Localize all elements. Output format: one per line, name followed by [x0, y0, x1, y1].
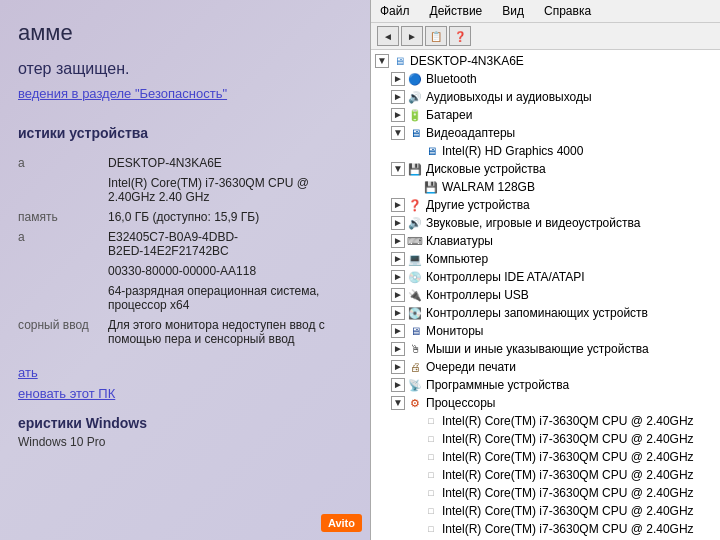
- menu-file[interactable]: Файл: [377, 2, 413, 20]
- tree-item-intel-graphics[interactable]: ► 🖥 Intel(R) HD Graphics 4000: [371, 142, 720, 160]
- item-label: Программные устройства: [426, 378, 569, 392]
- print-icon: 🖨: [407, 359, 423, 375]
- toolbar: ◄ ► 📋 ❓: [371, 23, 720, 50]
- row-value: E32405C7-B0A9-4DBD-B2ED-14E2F21742BC: [108, 227, 352, 261]
- tree-item-prog[interactable]: ► 📡 Программные устройства: [371, 376, 720, 394]
- expand-icon: ►: [391, 270, 405, 284]
- proc-child-icon: □: [423, 413, 439, 429]
- tree-item-mouse[interactable]: ► 🖱 Мыши и иные указывающие устройства: [371, 340, 720, 358]
- disk-icon: 💾: [407, 161, 423, 177]
- row-label: а: [18, 153, 108, 173]
- expand-icon: ►: [391, 252, 405, 266]
- keyboard-icon: ⌨: [407, 233, 423, 249]
- tree-item-computer[interactable]: ► 💻 Компьютер: [371, 250, 720, 268]
- tree-item-battery[interactable]: ► 🔋 Батареи: [371, 106, 720, 124]
- item-label: Intel(R) Core(TM) i7-3630QM CPU @ 2.40GH…: [442, 450, 694, 464]
- proc-child-icon: □: [423, 485, 439, 501]
- item-label: Контроллеры USB: [426, 288, 529, 302]
- tree-item-disk[interactable]: ▼ 💾 Дисковые устройства: [371, 160, 720, 178]
- device-manager-panel: Файл Действие Вид Справка ◄ ► 📋 ❓ ▼ 🖥 DE…: [370, 0, 720, 540]
- row-label: [18, 281, 108, 315]
- expand-icon: ►: [391, 234, 405, 248]
- tree-item-sound[interactable]: ► 🔊 Звуковые, игровые и видеоустройства: [371, 214, 720, 232]
- tree-item-monitor[interactable]: ► 🖥 Мониторы: [371, 322, 720, 340]
- tree-root[interactable]: ▼ 🖥 DESKTOP-4N3KA6E: [371, 52, 720, 70]
- back-button[interactable]: ◄: [377, 26, 399, 46]
- tree-item-proc-3[interactable]: ► □ Intel(R) Core(TM) i7-3630QM CPU @ 2.…: [371, 448, 720, 466]
- row-label: [18, 261, 108, 281]
- item-label: Мыши и иные указывающие устройства: [426, 342, 649, 356]
- tree-item-ide[interactable]: ► 💿 Контроллеры IDE ATA/ATAPI: [371, 268, 720, 286]
- proc-child-icon: □: [423, 431, 439, 447]
- expand-icon: ►: [391, 324, 405, 338]
- tree-item-processors[interactable]: ▼ ⚙ Процессоры: [371, 394, 720, 412]
- tree-item-other[interactable]: ► ❓ Другие устройства: [371, 196, 720, 214]
- item-label: Дисковые устройства: [426, 162, 546, 176]
- windows-section-title: еристики Windows: [18, 415, 352, 431]
- tree-item-usb[interactable]: ► 🔌 Контроллеры USB: [371, 286, 720, 304]
- row-value: 16,0 ГБ (доступно: 15,9 ГБ): [108, 207, 352, 227]
- left-title: амме: [18, 20, 352, 46]
- properties-button[interactable]: 📋: [425, 26, 447, 46]
- left-panel: амме отер защищен. ведения в разделе "Бе…: [0, 0, 370, 540]
- video-icon: 🖥: [407, 125, 423, 141]
- expand-icon: ►: [391, 198, 405, 212]
- bottom-links: ать еновать этот ПК: [18, 365, 352, 401]
- menu-view[interactable]: Вид: [499, 2, 527, 20]
- item-label: Bluetooth: [426, 72, 477, 86]
- windows-version: Windows 10 Pro: [18, 435, 352, 449]
- item-label: Intel(R) Core(TM) i7-3630QM CPU @ 2.40GH…: [442, 432, 694, 446]
- tree-item-keyboard[interactable]: ► ⌨ Клавиатуры: [371, 232, 720, 250]
- item-label: Звуковые, игровые и видеоустройства: [426, 216, 640, 230]
- row-value: DESKTOP-4N3KA6E: [108, 153, 352, 173]
- item-label: Видеоадаптеры: [426, 126, 515, 140]
- prog-icon: 📡: [407, 377, 423, 393]
- tree-item-proc-1[interactable]: ► □ Intel(R) Core(TM) i7-3630QM CPU @ 2.…: [371, 412, 720, 430]
- tree-item-video[interactable]: ▼ 🖥 Видеоадаптеры: [371, 124, 720, 142]
- menu-action[interactable]: Действие: [427, 2, 486, 20]
- security-link[interactable]: ведения в разделе "Безопасность": [18, 86, 352, 101]
- item-label: Intel(R) Core(TM) i7-3630QM CPU @ 2.40GH…: [442, 504, 694, 518]
- help-button[interactable]: ❓: [449, 26, 471, 46]
- computer-icon: 🖥: [391, 53, 407, 69]
- tree-item-bluetooth[interactable]: ► 🔵 Bluetooth: [371, 70, 720, 88]
- expand-icon: ►: [391, 360, 405, 374]
- other-icon: ❓: [407, 197, 423, 213]
- item-label: Контроллеры запоминающих устройств: [426, 306, 648, 320]
- device-info-table: а DESKTOP-4N3KA6E Intel(R) Core(TM) i7-3…: [18, 153, 352, 349]
- expand-icon: ►: [391, 108, 405, 122]
- proc-child-icon: □: [423, 467, 439, 483]
- item-label: Компьютер: [426, 252, 488, 266]
- link-rename[interactable]: еновать этот ПК: [18, 386, 352, 401]
- item-label: Мониторы: [426, 324, 483, 338]
- item-label: Аудиовыходы и аудиовыходы: [426, 90, 592, 104]
- tree-item-audio[interactable]: ► 🔊 Аудиовыходы и аудиовыходы: [371, 88, 720, 106]
- tree-item-proc-6[interactable]: ► □ Intel(R) Core(TM) i7-3630QM CPU @ 2.…: [371, 502, 720, 520]
- row-value: Для этого монитора недоступен ввод спомо…: [108, 315, 352, 349]
- expand-icon: ►: [391, 306, 405, 320]
- tree-item-storage[interactable]: ► 💽 Контроллеры запоминающих устройств: [371, 304, 720, 322]
- forward-button[interactable]: ►: [401, 26, 423, 46]
- link-copy[interactable]: ать: [18, 365, 352, 380]
- storage-icon: 💽: [407, 305, 423, 321]
- device-tree[interactable]: ▼ 🖥 DESKTOP-4N3KA6E ► 🔵 Bluetooth ► 🔊 Ау…: [371, 50, 720, 540]
- tree-item-walram[interactable]: ► 💾 WALRAM 128GB: [371, 178, 720, 196]
- battery-icon: 🔋: [407, 107, 423, 123]
- device-chars-title: истики устройства: [18, 125, 352, 141]
- tree-item-print[interactable]: ► 🖨 Очереди печати: [371, 358, 720, 376]
- ide-icon: 💿: [407, 269, 423, 285]
- tree-item-proc-7[interactable]: ► □ Intel(R) Core(TM) i7-3630QM CPU @ 2.…: [371, 520, 720, 538]
- proc-child-icon: □: [423, 521, 439, 537]
- table-row: Intel(R) Core(TM) i7-3630QM CPU @2.40GHz…: [18, 173, 352, 207]
- row-label: [18, 173, 108, 207]
- tree-item-proc-2[interactable]: ► □ Intel(R) Core(TM) i7-3630QM CPU @ 2.…: [371, 430, 720, 448]
- tree-item-proc-5[interactable]: ► □ Intel(R) Core(TM) i7-3630QM CPU @ 2.…: [371, 484, 720, 502]
- expand-icon: ▼: [391, 162, 405, 176]
- tree-item-proc-4[interactable]: ► □ Intel(R) Core(TM) i7-3630QM CPU @ 2.…: [371, 466, 720, 484]
- expand-icon: ▼: [391, 396, 405, 410]
- row-value: 64-разрядная операционная система,процес…: [108, 281, 352, 315]
- table-row: 00330-80000-00000-AA118: [18, 261, 352, 281]
- menu-help[interactable]: Справка: [541, 2, 594, 20]
- item-label: Intel(R) Core(TM) i7-3630QM CPU @ 2.40GH…: [442, 414, 694, 428]
- graphics-icon: 🖥: [423, 143, 439, 159]
